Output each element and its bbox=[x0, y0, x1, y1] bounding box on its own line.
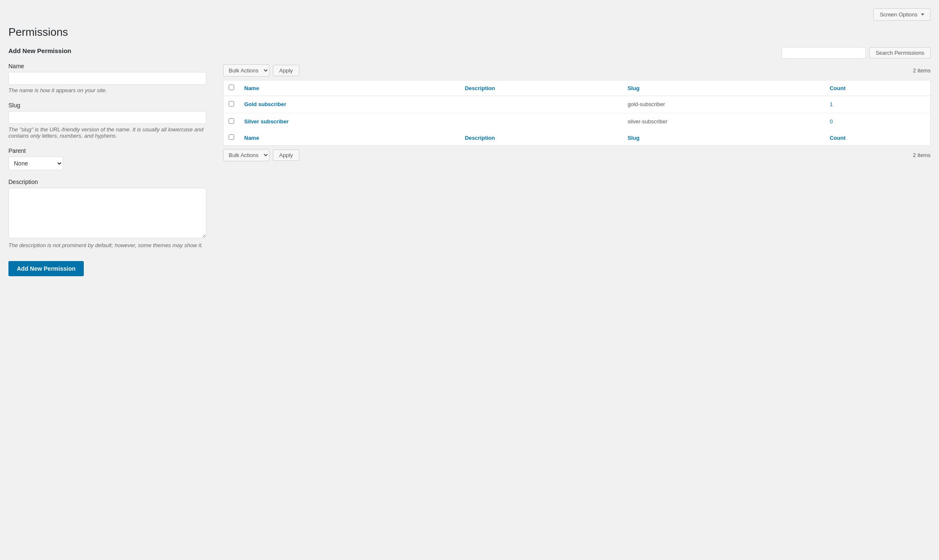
description-textarea[interactable] bbox=[8, 188, 206, 238]
slug-help: The "slug" is the URL-friendly version o… bbox=[8, 126, 211, 139]
footer-name[interactable]: Name bbox=[239, 130, 460, 146]
select-all-checkbox-top[interactable] bbox=[229, 85, 234, 90]
footer-slug[interactable]: Slug bbox=[622, 130, 824, 146]
row-checkbox-1[interactable] bbox=[229, 118, 234, 124]
top-bar: Screen Options bbox=[8, 8, 931, 21]
page-title: Permissions bbox=[8, 26, 931, 39]
bulk-actions-select-top[interactable]: Bulk Actions bbox=[223, 64, 269, 77]
row-count-cell: 1 bbox=[824, 96, 930, 113]
add-new-panel: Add New Permission Name The name is how … bbox=[8, 47, 211, 276]
slug-label: Slug bbox=[8, 102, 211, 109]
name-help: The name is how it appears on your site. bbox=[8, 87, 211, 93]
bulk-actions-bottom: Bulk Actions Apply bbox=[223, 149, 299, 161]
parent-label: Parent bbox=[8, 147, 211, 154]
slug-input[interactable] bbox=[8, 111, 206, 124]
add-new-title: Add New Permission bbox=[8, 47, 211, 54]
permission-slug-0: gold-subscriber bbox=[627, 101, 665, 107]
permission-name-link-1[interactable]: Silver subscriber bbox=[244, 118, 289, 125]
row-checkbox-cell bbox=[224, 96, 240, 113]
apply-button-bottom[interactable]: Apply bbox=[273, 149, 299, 161]
permissions-table: Name Description Slug Count bbox=[223, 80, 931, 146]
screen-options-button[interactable]: Screen Options bbox=[873, 8, 931, 21]
row-name-cell: Gold subscriber bbox=[239, 96, 460, 113]
table-row: Gold subscriber gold-subscriber 1 bbox=[224, 96, 931, 113]
name-input[interactable] bbox=[8, 72, 206, 85]
search-permissions-button[interactable]: Search Permissions bbox=[869, 47, 931, 59]
search-bar: Search Permissions bbox=[223, 47, 931, 59]
permission-count-1[interactable]: 0 bbox=[830, 118, 832, 125]
table-row: Silver subscriber silver-subscriber 0 bbox=[224, 113, 931, 131]
search-input[interactable] bbox=[782, 47, 866, 59]
items-count-bottom: 2 items bbox=[913, 152, 931, 158]
chevron-down-icon bbox=[921, 13, 924, 16]
table-bottom-controls: Bulk Actions Apply 2 items bbox=[223, 149, 931, 161]
main-layout: Add New Permission Name The name is how … bbox=[8, 47, 931, 276]
table-footer-header-row: Name Description Slug Count bbox=[224, 130, 931, 146]
permission-count-0[interactable]: 1 bbox=[830, 101, 832, 107]
row-description-cell bbox=[460, 113, 622, 131]
name-field: Name The name is how it appears on your … bbox=[8, 63, 211, 93]
table-top-controls: Bulk Actions Apply 2 items bbox=[223, 64, 931, 77]
row-slug-cell: silver-subscriber bbox=[622, 113, 824, 131]
row-slug-cell: gold-subscriber bbox=[622, 96, 824, 113]
header-checkbox-col bbox=[224, 80, 240, 96]
row-name-cell: Silver subscriber bbox=[239, 113, 460, 131]
slug-field: Slug The "slug" is the URL-friendly vers… bbox=[8, 102, 211, 139]
items-count-top: 2 items bbox=[913, 67, 931, 74]
description-field: Description The description is not promi… bbox=[8, 179, 211, 248]
header-description[interactable]: Description bbox=[460, 80, 622, 96]
row-checkbox-0[interactable] bbox=[229, 101, 234, 107]
table-header-row: Name Description Slug Count bbox=[224, 80, 931, 96]
select-all-checkbox-bottom[interactable] bbox=[229, 134, 234, 140]
screen-options-label: Screen Options bbox=[880, 11, 918, 18]
header-count[interactable]: Count bbox=[824, 80, 930, 96]
parent-select[interactable]: None bbox=[8, 157, 63, 170]
bulk-actions-select-bottom[interactable]: Bulk Actions bbox=[223, 149, 269, 161]
parent-field: Parent None bbox=[8, 147, 211, 170]
table-panel: Search Permissions Bulk Actions Apply 2 … bbox=[223, 47, 931, 165]
footer-count[interactable]: Count bbox=[824, 130, 930, 146]
permission-slug-1: silver-subscriber bbox=[627, 118, 667, 125]
footer-description[interactable]: Description bbox=[460, 130, 622, 146]
description-help: The description is not prominent by defa… bbox=[8, 242, 211, 248]
description-label: Description bbox=[8, 179, 211, 185]
row-checkbox-cell bbox=[224, 113, 240, 131]
footer-checkbox-col bbox=[224, 130, 240, 146]
apply-button-top[interactable]: Apply bbox=[273, 65, 299, 76]
header-name[interactable]: Name bbox=[239, 80, 460, 96]
name-label: Name bbox=[8, 63, 211, 69]
row-description-cell bbox=[460, 96, 622, 113]
bulk-actions-top: Bulk Actions Apply bbox=[223, 64, 299, 77]
row-count-cell: 0 bbox=[824, 113, 930, 131]
add-new-permission-button[interactable]: Add New Permission bbox=[8, 261, 84, 276]
permission-name-link-0[interactable]: Gold subscriber bbox=[244, 101, 286, 107]
header-slug[interactable]: Slug bbox=[622, 80, 824, 96]
